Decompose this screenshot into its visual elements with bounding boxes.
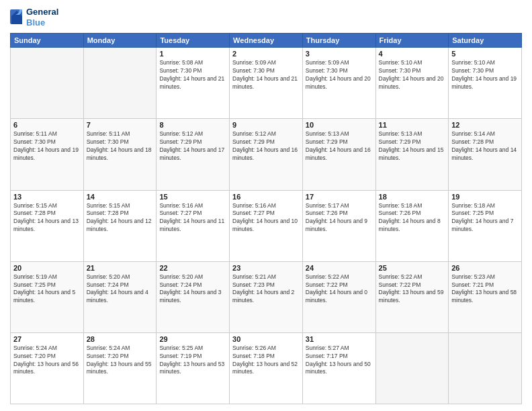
- day-number: 26: [451, 264, 519, 272]
- day-number: 30: [232, 335, 300, 343]
- day-number: 18: [379, 193, 446, 201]
- calendar-cell: 30Sunrise: 5:26 AMSunset: 7:18 PMDayligh…: [230, 332, 303, 404]
- day-info: Sunrise: 5:15 AMSunset: 7:28 PMDaylight:…: [13, 202, 81, 234]
- calendar-cell: 27Sunrise: 5:24 AMSunset: 7:20 PMDayligh…: [11, 332, 84, 404]
- day-number: 10: [306, 121, 373, 129]
- calendar-table: SundayMondayTuesdayWednesdayThursdayFrid…: [10, 33, 522, 404]
- day-number: 3: [306, 50, 373, 58]
- calendar-cell: 12Sunrise: 5:14 AMSunset: 7:28 PMDayligh…: [449, 119, 522, 190]
- day-number: 6: [13, 121, 81, 129]
- day-number: 28: [87, 335, 154, 343]
- calendar-cell: 16Sunrise: 5:16 AMSunset: 7:27 PMDayligh…: [230, 190, 303, 261]
- calendar-cell: 1Sunrise: 5:08 AMSunset: 7:30 PMDaylight…: [157, 48, 230, 119]
- calendar-cell: 24Sunrise: 5:22 AMSunset: 7:22 PMDayligh…: [302, 261, 375, 332]
- day-info: Sunrise: 5:21 AMSunset: 7:23 PMDaylight:…: [232, 273, 300, 306]
- weekday-header: Saturday: [449, 34, 522, 48]
- calendar-cell: 6Sunrise: 5:11 AMSunset: 7:30 PMDaylight…: [11, 119, 84, 190]
- day-info: Sunrise: 5:11 AMSunset: 7:30 PMDaylight:…: [13, 130, 81, 163]
- calendar-cell: 4Sunrise: 5:10 AMSunset: 7:30 PMDaylight…: [375, 48, 449, 119]
- day-number: 1: [159, 50, 226, 58]
- day-number: 24: [306, 264, 373, 272]
- day-info: Sunrise: 5:19 AMSunset: 7:25 PMDaylight:…: [13, 273, 81, 306]
- day-number: 23: [232, 264, 300, 272]
- day-info: Sunrise: 5:16 AMSunset: 7:27 PMDaylight:…: [232, 202, 300, 234]
- calendar-cell: [83, 48, 157, 119]
- calendar-cell: 2Sunrise: 5:09 AMSunset: 7:30 PMDaylight…: [230, 48, 303, 119]
- day-info: Sunrise: 5:14 AMSunset: 7:28 PMDaylight:…: [451, 130, 519, 163]
- day-info: Sunrise: 5:22 AMSunset: 7:22 PMDaylight:…: [379, 273, 446, 306]
- day-info: Sunrise: 5:27 AMSunset: 7:17 PMDaylight:…: [306, 345, 373, 377]
- calendar-cell: 3Sunrise: 5:09 AMSunset: 7:30 PMDaylight…: [302, 48, 375, 119]
- day-number: 25: [379, 264, 446, 272]
- calendar-cell: [11, 48, 84, 119]
- header: General Blue: [10, 7, 522, 28]
- calendar-week-row: 6Sunrise: 5:11 AMSunset: 7:30 PMDaylight…: [11, 119, 522, 190]
- calendar-body: 1Sunrise: 5:08 AMSunset: 7:30 PMDaylight…: [11, 48, 522, 404]
- day-info: Sunrise: 5:08 AMSunset: 7:30 PMDaylight:…: [159, 59, 226, 91]
- calendar-week-row: 27Sunrise: 5:24 AMSunset: 7:20 PMDayligh…: [11, 332, 522, 404]
- calendar-cell: 15Sunrise: 5:16 AMSunset: 7:27 PMDayligh…: [157, 190, 230, 261]
- day-info: Sunrise: 5:23 AMSunset: 7:21 PMDaylight:…: [451, 273, 519, 306]
- day-number: 27: [13, 335, 81, 343]
- calendar-cell: 17Sunrise: 5:17 AMSunset: 7:26 PMDayligh…: [302, 190, 375, 261]
- calendar-cell: 5Sunrise: 5:10 AMSunset: 7:30 PMDaylight…: [449, 48, 522, 119]
- day-info: Sunrise: 5:16 AMSunset: 7:27 PMDaylight:…: [159, 202, 226, 234]
- day-info: Sunrise: 5:25 AMSunset: 7:19 PMDaylight:…: [159, 345, 226, 377]
- calendar-header-row: SundayMondayTuesdayWednesdayThursdayFrid…: [11, 34, 522, 48]
- day-number: 7: [87, 121, 154, 129]
- day-info: Sunrise: 5:17 AMSunset: 7:26 PMDaylight:…: [306, 202, 373, 234]
- calendar-cell: [375, 332, 449, 404]
- day-number: 31: [306, 335, 373, 343]
- calendar-cell: 9Sunrise: 5:12 AMSunset: 7:29 PMDaylight…: [230, 119, 303, 190]
- calendar-week-row: 20Sunrise: 5:19 AMSunset: 7:25 PMDayligh…: [11, 261, 522, 332]
- calendar-week-row: 13Sunrise: 5:15 AMSunset: 7:28 PMDayligh…: [11, 190, 522, 261]
- day-number: 29: [159, 335, 226, 343]
- day-info: Sunrise: 5:10 AMSunset: 7:30 PMDaylight:…: [451, 59, 519, 91]
- day-number: 11: [379, 121, 446, 129]
- logo-icon: [10, 9, 24, 26]
- weekday-header: Monday: [83, 34, 157, 48]
- day-info: Sunrise: 5:13 AMSunset: 7:29 PMDaylight:…: [379, 130, 446, 163]
- day-info: Sunrise: 5:09 AMSunset: 7:30 PMDaylight:…: [306, 59, 373, 91]
- calendar-cell: 8Sunrise: 5:12 AMSunset: 7:29 PMDaylight…: [157, 119, 230, 190]
- day-info: Sunrise: 5:18 AMSunset: 7:25 PMDaylight:…: [451, 202, 519, 234]
- page: General Blue SundayMondayTuesdayWednesda…: [0, 0, 532, 411]
- day-number: 22: [159, 264, 226, 272]
- day-info: Sunrise: 5:24 AMSunset: 7:20 PMDaylight:…: [87, 345, 154, 377]
- calendar-cell: 11Sunrise: 5:13 AMSunset: 7:29 PMDayligh…: [375, 119, 449, 190]
- calendar-cell: 25Sunrise: 5:22 AMSunset: 7:22 PMDayligh…: [375, 261, 449, 332]
- weekday-header: Sunday: [11, 34, 84, 48]
- day-number: 21: [87, 264, 154, 272]
- calendar-cell: 19Sunrise: 5:18 AMSunset: 7:25 PMDayligh…: [449, 190, 522, 261]
- calendar-cell: 18Sunrise: 5:18 AMSunset: 7:26 PMDayligh…: [375, 190, 449, 261]
- weekday-header: Thursday: [302, 34, 375, 48]
- day-number: 2: [232, 50, 300, 58]
- day-info: Sunrise: 5:12 AMSunset: 7:29 PMDaylight:…: [232, 130, 300, 163]
- day-info: Sunrise: 5:12 AMSunset: 7:29 PMDaylight:…: [159, 130, 226, 163]
- day-info: Sunrise: 5:22 AMSunset: 7:22 PMDaylight:…: [306, 273, 373, 306]
- calendar-cell: 26Sunrise: 5:23 AMSunset: 7:21 PMDayligh…: [449, 261, 522, 332]
- calendar-cell: 22Sunrise: 5:20 AMSunset: 7:24 PMDayligh…: [157, 261, 230, 332]
- day-number: 15: [159, 193, 226, 201]
- day-info: Sunrise: 5:15 AMSunset: 7:28 PMDaylight:…: [87, 202, 154, 234]
- day-number: 13: [13, 193, 81, 201]
- calendar-cell: 20Sunrise: 5:19 AMSunset: 7:25 PMDayligh…: [11, 261, 84, 332]
- day-number: 20: [13, 264, 81, 272]
- day-info: Sunrise: 5:20 AMSunset: 7:24 PMDaylight:…: [159, 273, 226, 306]
- calendar-cell: 10Sunrise: 5:13 AMSunset: 7:29 PMDayligh…: [302, 119, 375, 190]
- day-number: 12: [451, 121, 519, 129]
- calendar-cell: 7Sunrise: 5:11 AMSunset: 7:30 PMDaylight…: [83, 119, 157, 190]
- day-info: Sunrise: 5:26 AMSunset: 7:18 PMDaylight:…: [232, 345, 300, 377]
- day-number: 16: [232, 193, 300, 201]
- calendar-cell: 23Sunrise: 5:21 AMSunset: 7:23 PMDayligh…: [230, 261, 303, 332]
- calendar-cell: 31Sunrise: 5:27 AMSunset: 7:17 PMDayligh…: [302, 332, 375, 404]
- calendar-cell: 28Sunrise: 5:24 AMSunset: 7:20 PMDayligh…: [83, 332, 157, 404]
- day-info: Sunrise: 5:20 AMSunset: 7:24 PMDaylight:…: [87, 273, 154, 306]
- calendar-cell: 21Sunrise: 5:20 AMSunset: 7:24 PMDayligh…: [83, 261, 157, 332]
- day-number: 19: [451, 193, 519, 201]
- day-number: 8: [159, 121, 226, 129]
- calendar-cell: 29Sunrise: 5:25 AMSunset: 7:19 PMDayligh…: [157, 332, 230, 404]
- day-info: Sunrise: 5:18 AMSunset: 7:26 PMDaylight:…: [379, 202, 446, 234]
- logo: General Blue: [10, 7, 58, 28]
- day-info: Sunrise: 5:13 AMSunset: 7:29 PMDaylight:…: [306, 130, 373, 163]
